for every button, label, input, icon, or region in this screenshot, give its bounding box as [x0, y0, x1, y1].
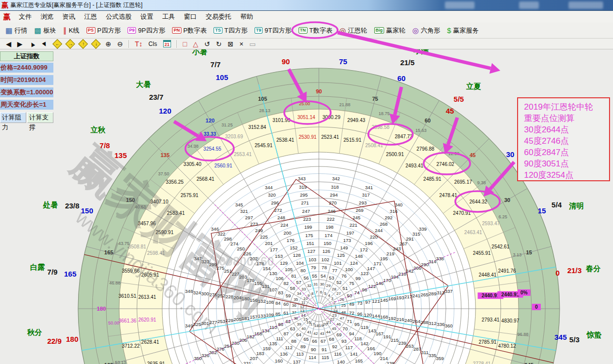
wheel-number: 337	[445, 288, 453, 294]
wheel-number: 182	[247, 334, 255, 339]
wheel-number: 316	[390, 208, 397, 214]
toolbar-calendar-button[interactable]: 21	[160, 40, 174, 48]
toolbar-kline-button[interactable]: ∥K线	[59, 25, 83, 37]
wheel-number: 2485.91	[423, 176, 441, 182]
wheel-outer-label: 45	[446, 107, 454, 115]
menu-帮助[interactable]: 帮助	[236, 11, 258, 23]
toolbar-nav-up-button[interactable]: ▲	[26, 40, 39, 48]
wheel-number: 339	[419, 226, 427, 232]
menu-文件[interactable]: 文件	[14, 11, 36, 23]
toolbar-cls-button[interactable]: Cls	[145, 40, 160, 48]
wheel-number: 222	[327, 216, 335, 222]
window-controls-blurred[interactable]	[569, 1, 603, 9]
wheel-number: 25.00	[299, 101, 310, 106]
wheel-number: 360	[445, 323, 453, 328]
toolbar-t-number-table-button[interactable]: TNT数字表	[295, 25, 336, 37]
solar-term-label: 小暑	[192, 49, 207, 56]
toolbar-pan-up-button[interactable]: ↑	[77, 40, 89, 48]
toolbar-pan-right-button[interactable]: →	[64, 40, 77, 48]
nav-next-icon: ▶	[17, 40, 23, 48]
toolbar-sort-updown-button[interactable]: T↕	[132, 40, 146, 48]
window-title: 赢家江恩专业版[赢家服务平台] - [上证指数 江恩轮]	[10, 1, 142, 9]
wheel-number: 23	[332, 313, 337, 318]
annotation-line-1: 重要点位测算	[524, 113, 609, 124]
toolbar-hexagon-button[interactable]: ◎六角形	[409, 25, 443, 37]
gann-wheel[interactable]: 1234567891011121314151617181920212223242…	[0, 49, 613, 364]
calc-resistance-button[interactable]: 计算阻力	[0, 112, 26, 123]
wheel-number: 3712.22	[122, 343, 140, 349]
toolbar-winner-service-button[interactable]: $赢家服务	[443, 25, 482, 37]
wheel-number: 293	[359, 200, 367, 205]
wheel-outer-label: 23/8	[65, 202, 79, 210]
toolbar-9t-square-button[interactable]: T99T四方形	[251, 25, 295, 37]
wheel-number: 2440.91	[482, 293, 500, 298]
annotation-line-5: 90度3051点	[524, 158, 609, 169]
toolbar-nav-prev-button[interactable]: ◀	[3, 40, 14, 48]
toolbar-draw-triangle-button[interactable]: △	[190, 40, 201, 48]
wheel-number: 65	[304, 336, 309, 342]
wheel-number: 15.63	[415, 128, 427, 133]
wheel-number: 349	[185, 323, 193, 328]
wheel-number: 2568.41	[196, 176, 215, 182]
wheel-number: 133	[258, 313, 266, 319]
toolbar-gann-wheel-button[interactable]: ◎江恩轮	[336, 25, 370, 37]
toolbar-rotate-ccw-button[interactable]: ↺	[201, 40, 213, 48]
toolbar-nav-down-button[interactable]: ▼	[38, 40, 51, 48]
wheel-outer-label: 105	[216, 73, 228, 81]
t-number-table-icon: TN	[299, 27, 307, 34]
wheel-number: 326	[201, 353, 209, 358]
toolbar-winner-wheel-button[interactable]: Big赢家轮	[371, 25, 409, 37]
calc-support-button[interactable]: 计算支撑	[27, 112, 53, 123]
toolbar-market-quotes-button[interactable]: ▦行情	[2, 25, 31, 37]
toolbar-p-number-table-button[interactable]: PNP数字表	[169, 25, 210, 37]
menu-浏览[interactable]: 浏览	[36, 11, 58, 23]
toolbar-pan-down-button[interactable]: ↓	[89, 40, 102, 48]
wheel-number: 46	[337, 322, 341, 326]
menu-江恩[interactable]: 江恩	[80, 11, 101, 23]
wheel-number: 2553.41	[234, 152, 252, 157]
wheel-number: 50	[347, 293, 352, 298]
annotation-line-6: 120度3254点	[524, 169, 609, 181]
menu-资讯[interactable]: 资讯	[58, 11, 80, 23]
wheel-number: 342	[332, 176, 340, 181]
toolbar-p-square-button[interactable]: PSP四方形	[83, 25, 125, 37]
draw-square-icon: □	[183, 40, 187, 48]
wheel-number: 169	[388, 296, 396, 301]
wheel-number: 242	[406, 268, 414, 274]
toolbar-pan-left-button[interactable]: ←	[51, 40, 64, 48]
wheel-outer-label: 90	[282, 57, 290, 66]
menu-工具[interactable]: 工具	[158, 11, 179, 23]
solar-term-label: 立秋	[90, 125, 106, 134]
wheel-number: 221	[350, 222, 357, 228]
toolbar-rotate-cw-button[interactable]: ↻	[213, 40, 225, 48]
chart-area[interactable]: 1234567891011121314151617181920212223242…	[0, 49, 613, 364]
wheel-number: 192	[388, 316, 396, 321]
wheel-number: 149	[340, 245, 348, 250]
menu-设置[interactable]: 设置	[136, 11, 158, 23]
toolbar-9p-square-button[interactable]: P99P四方形	[124, 25, 169, 37]
toolbar-delete-box-button[interactable]: ⊠	[224, 40, 236, 48]
wheel-number: 18.75	[379, 111, 390, 116]
wheel-number: 318	[331, 184, 339, 190]
wheel-number: 272	[274, 207, 282, 213]
toolbar-t-square-button[interactable]: TST四方形	[210, 25, 251, 37]
toolbar-nav-next-button[interactable]: ▶	[14, 40, 26, 48]
menu-交易委托[interactable]: 交易委托	[201, 11, 236, 23]
wheel-number: 137	[293, 359, 301, 364]
wheel-number: 292	[385, 215, 393, 220]
menu-公式选股[interactable]: 公式选股	[101, 11, 136, 23]
toolbar-zoom-out-button[interactable]: ⊖	[114, 40, 126, 48]
wheel-number: 216	[396, 317, 404, 322]
toolbar-draw-square-button[interactable]: □	[180, 40, 190, 48]
wheel-number: 77	[332, 268, 338, 273]
wheel-number: 24	[333, 309, 338, 313]
wheel-number: 2746.02	[437, 162, 455, 167]
toolbar-zoom-in-button[interactable]: ⊕	[102, 40, 114, 48]
toolbar-board-button[interactable]: ▭	[246, 40, 259, 48]
toolbar-cross-arrows-button[interactable]: ×	[236, 40, 246, 48]
wheel-number: 3254.55	[203, 146, 221, 152]
toolbar-sectors-button[interactable]: ▩板块	[31, 25, 59, 37]
nav-prev-icon: ◀	[6, 40, 11, 48]
wheel-number: 3000.29	[322, 115, 341, 120]
menu-窗口[interactable]: 窗口	[179, 11, 201, 23]
